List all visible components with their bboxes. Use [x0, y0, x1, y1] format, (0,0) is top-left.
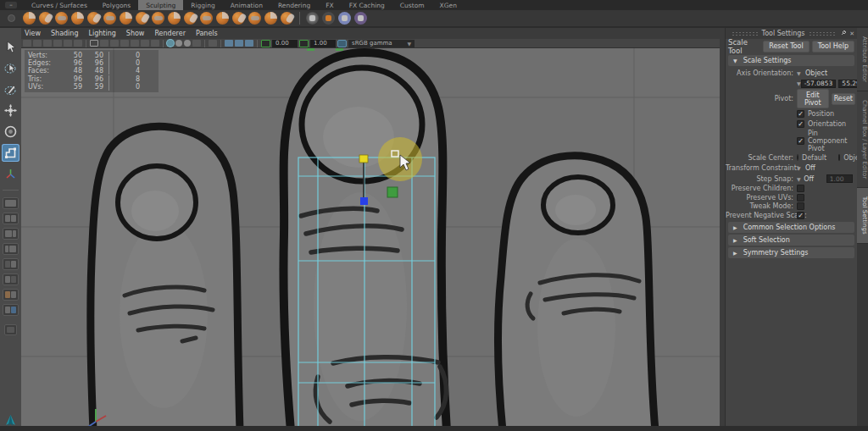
- menu-rendering[interactable]: Rendering: [270, 0, 318, 10]
- symmetry-settings-section-header[interactable]: ▶ Symmetry Settings: [728, 247, 854, 258]
- exposure-field[interactable]: 0.00: [272, 40, 298, 47]
- preserve-children-checkbox[interactable]: [797, 185, 804, 192]
- exposure-icon[interactable]: [261, 40, 270, 47]
- layout-custom-button[interactable]: [3, 304, 19, 316]
- chevron-down-icon[interactable]: ▼: [797, 176, 804, 182]
- shelf-scrape-tool-icon[interactable]: [200, 12, 213, 25]
- gamma-icon[interactable]: [299, 40, 309, 47]
- viewport-menu-renderer[interactable]: Renderer: [154, 30, 186, 37]
- tab-channel-box-layer-editor[interactable]: Channel Box / Layer Editor: [857, 91, 868, 188]
- pin-panel-icon[interactable]: [841, 30, 847, 37]
- layout-single-pane-button[interactable]: [3, 197, 19, 209]
- menubar-collapse-icon[interactable]: –: [5, 2, 17, 8]
- shelf-sculpt-tool-icon[interactable]: [23, 12, 36, 25]
- lock-camera-icon[interactable]: [33, 40, 42, 47]
- shelf-amplify-tool-icon[interactable]: [281, 12, 293, 25]
- shelf-imprint-tool-icon[interactable]: [168, 12, 181, 25]
- shelf-fill-tool-icon[interactable]: [216, 12, 229, 25]
- tab-attribute-editor[interactable]: Attribute Editor: [857, 28, 868, 91]
- scale-center-object-radio[interactable]: [838, 154, 840, 161]
- close-panel-icon[interactable]: ✕: [849, 30, 854, 37]
- orientation-checkbox[interactable]: ✓: [797, 120, 804, 128]
- step-snap-amount-field[interactable]: 1.00: [826, 174, 853, 183]
- shelf-repeat-tool-icon[interactable]: [152, 12, 164, 25]
- resolution-gate-icon[interactable]: [235, 40, 243, 47]
- bookmark-icon[interactable]: [43, 40, 52, 47]
- viewport-menu-show[interactable]: Show: [126, 30, 145, 37]
- paint-select-tool-icon[interactable]: [2, 80, 19, 98]
- scale-center-default-radio[interactable]: [797, 154, 798, 161]
- flat-shade-sphere-icon[interactable]: [175, 40, 182, 47]
- last-tool-used-icon[interactable]: [2, 165, 19, 183]
- layout-outliner-persp-button[interactable]: [3, 258, 19, 270]
- reset-pivot-button[interactable]: Reset: [832, 93, 855, 105]
- menu-fx-caching[interactable]: FX Caching: [342, 0, 392, 10]
- view-transform-dropdown[interactable]: sRGB gamma ▼: [348, 40, 415, 47]
- chevron-down-icon[interactable]: ▼: [797, 70, 805, 76]
- panel-grip[interactable]: [732, 31, 759, 36]
- shelf-convert-selection-icon[interactable]: [338, 12, 351, 25]
- tweak-mode-checkbox[interactable]: [797, 202, 804, 210]
- shelf-bulge-tool-icon[interactable]: [264, 12, 277, 25]
- scale-settings-section-header[interactable]: ▼ Scale Settings: [728, 55, 854, 66]
- select-camera-icon[interactable]: [23, 40, 31, 47]
- lasso-select-tool-icon[interactable]: [2, 59, 19, 77]
- scale-tool-icon[interactable]: [2, 144, 19, 162]
- tool-help-button[interactable]: Tool Help: [812, 41, 854, 52]
- reset-tool-button[interactable]: Reset Tool: [763, 41, 809, 52]
- tab-tool-settings[interactable]: Tool Settings: [857, 188, 868, 244]
- pin-component-pivot-checkbox[interactable]: ✓: [797, 137, 804, 145]
- layout-four-pane-button[interactable]: [3, 213, 19, 224]
- layout-more-button[interactable]: [4, 324, 17, 335]
- manipulator-y-handle[interactable]: [359, 155, 368, 163]
- menu-fx[interactable]: FX: [318, 0, 341, 10]
- shelf-foamy-tool-icon[interactable]: [120, 12, 132, 25]
- edit-pivot-button[interactable]: Edit Pivot: [797, 89, 829, 108]
- viewport-menu-lighting[interactable]: Lighting: [88, 30, 115, 37]
- shelf-mask-display-icon[interactable]: [354, 12, 367, 25]
- shelf-pinch-tool-icon[interactable]: [87, 12, 100, 25]
- color-management-icon[interactable]: [337, 40, 347, 47]
- shelf-options-icon[interactable]: [8, 14, 15, 22]
- use-all-lights-icon[interactable]: [120, 40, 129, 47]
- viewport-canvas[interactable]: Verts:50500 Edges:96960 Faces:48484 Tris…: [21, 48, 720, 431]
- select-tool-icon[interactable]: [2, 38, 19, 56]
- menu-xgen[interactable]: XGen: [432, 0, 465, 10]
- shaded-display-icon[interactable]: [100, 40, 108, 47]
- layout-three-pane-split-button[interactable]: [3, 228, 19, 240]
- shelf-knife-tool-icon[interactable]: [232, 12, 245, 25]
- axis-orientation-dropdown[interactable]: Object: [805, 69, 827, 77]
- gate-mask-icon[interactable]: [245, 40, 253, 47]
- move-tool-icon[interactable]: [2, 102, 19, 119]
- grease-pencil-icon[interactable]: [74, 40, 82, 47]
- manipulator-x-handle[interactable]: [387, 187, 398, 197]
- shelf-spray-tool-icon[interactable]: [136, 12, 148, 25]
- wireframe-display-icon[interactable]: [90, 40, 98, 47]
- layout-two-pane-side-button[interactable]: [3, 243, 19, 255]
- shelf-relax-tool-icon[interactable]: [55, 12, 68, 25]
- menu-animation[interactable]: Animation: [223, 0, 270, 10]
- panel-grip[interactable]: [809, 31, 836, 36]
- shelf-smooth-tool-icon[interactable]: [39, 12, 52, 25]
- manipulator-center-handle[interactable]: [360, 197, 368, 205]
- prevent-negative-scale-checkbox[interactable]: ✓: [797, 212, 804, 219]
- shelf-freeze-tool-icon[interactable]: [306, 12, 319, 25]
- viewport-menu-shading[interactable]: Shading: [51, 30, 79, 37]
- layout-hypershade-persp-button[interactable]: [3, 289, 19, 301]
- field-chart-icon[interactable]: [225, 40, 233, 47]
- soft-selection-section-header[interactable]: ▶ Soft Selection: [728, 235, 854, 246]
- menu-curves-surfaces[interactable]: Curves / Surfaces: [24, 0, 95, 10]
- menu-polygons[interactable]: Polygons: [95, 0, 138, 10]
- xray-display-icon[interactable]: [192, 40, 201, 47]
- rotate-tool-icon[interactable]: [2, 123, 19, 141]
- shelf-flatten-tool-icon[interactable]: [103, 12, 116, 25]
- shelf-freeze-border-icon[interactable]: [322, 12, 335, 25]
- layout-persp-graph-button[interactable]: [3, 274, 19, 285]
- transform-constraint-dropdown[interactable]: Off: [805, 164, 815, 172]
- screen-space-ao-icon[interactable]: [141, 40, 149, 47]
- textured-display-icon[interactable]: [110, 40, 119, 47]
- step-snap-dropdown[interactable]: Off: [804, 175, 826, 183]
- gamma-field[interactable]: 1.00: [310, 40, 336, 47]
- menu-custom[interactable]: Custom: [392, 0, 432, 10]
- motion-blur-icon[interactable]: [151, 40, 159, 47]
